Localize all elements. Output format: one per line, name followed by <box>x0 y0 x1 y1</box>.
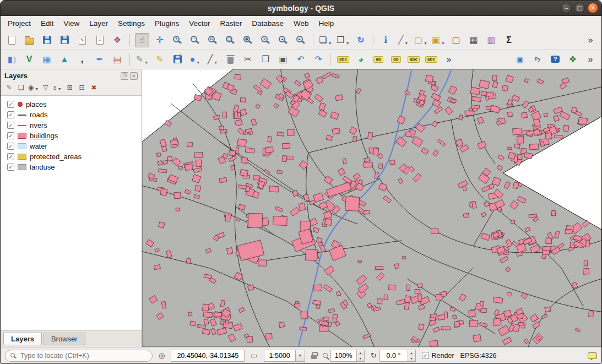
cut-features-button[interactable]: ✂ <box>241 52 255 67</box>
show-layout-manager-button[interactable]: ≡ <box>93 33 107 47</box>
magnifier-input[interactable] <box>330 350 357 362</box>
extents-icon[interactable]: ◎ <box>159 351 165 360</box>
layer-checkbox[interactable]: ✓ <box>7 143 14 150</box>
rotation-spinner[interactable]: ▲▼ <box>408 350 416 362</box>
menu-layer[interactable]: Layer <box>84 17 113 30</box>
help-button[interactable]: ? <box>548 52 562 67</box>
zoom-next-button[interactable]: ▸ <box>294 33 308 47</box>
add-wms-layer-button[interactable]: ▤ <box>110 52 124 67</box>
scale-input[interactable] <box>264 350 296 362</box>
identify-features-button[interactable]: ℹ <box>378 33 393 47</box>
digitize-tool-button[interactable]: ●▼ <box>188 52 202 67</box>
deselect-features-button[interactable]: ▢ <box>449 33 463 47</box>
layer-item-landuse[interactable]: ✓landuse <box>2 162 140 172</box>
add-group-button[interactable]: ❏ <box>15 82 27 93</box>
toggle-editing-button[interactable]: ✎ <box>153 52 167 67</box>
layer-checkbox[interactable]: ✓ <box>7 101 14 108</box>
title-bar[interactable]: symbology - QGIS –▢× <box>1 1 601 16</box>
pin-labels-button[interactable]: ab <box>389 52 403 67</box>
toolbar-labels-overflow-button[interactable]: » <box>442 52 456 67</box>
layer-label[interactable]: rivers <box>30 121 47 129</box>
zoom-in-button[interactable]: + <box>170 33 185 47</box>
zoom-to-selection-button[interactable]: ▣ <box>241 33 255 47</box>
messages-icon[interactable] <box>588 352 597 359</box>
render-checkbox[interactable]: ✓ <box>422 352 429 359</box>
spin-down-icon[interactable]: ▼ <box>408 356 415 361</box>
layer-label[interactable]: buildings <box>30 132 58 140</box>
measure-button[interactable]: ╱▼ <box>396 33 410 47</box>
add-raster-layer-button[interactable]: ▦ <box>40 52 54 67</box>
layer-item-roads[interactable]: ✓roads <box>2 110 140 120</box>
close-button[interactable]: × <box>588 3 598 13</box>
maximize-button[interactable]: ▢ <box>574 3 585 13</box>
menu-database[interactable]: Database <box>247 17 289 30</box>
layer-checkbox[interactable]: ✓ <box>7 132 14 139</box>
filter-legend-button[interactable]: ▽ <box>40 82 51 93</box>
spin-down-icon[interactable]: ▼ <box>357 356 364 361</box>
layer-diagrams-button[interactable]: ◕ <box>354 52 368 67</box>
style-manager-button[interactable]: ❖ <box>110 33 124 47</box>
undo-button[interactable]: ↶ <box>294 52 308 67</box>
remove-layer-button[interactable]: ✖ <box>88 82 100 93</box>
add-mesh-layer-button[interactable]: ▲ <box>57 52 72 67</box>
manage-map-themes-button[interactable]: ◉▼ <box>28 82 39 93</box>
pan-to-selection-button[interactable]: ✛ <box>153 33 167 47</box>
layer-checkbox[interactable]: ✓ <box>7 111 14 118</box>
scale-combo[interactable]: ▼ <box>264 350 305 362</box>
menu-raster[interactable]: Raster <box>215 17 247 30</box>
select-features-button[interactable]: ▢▼ <box>414 33 428 47</box>
save-project-button[interactable] <box>40 33 54 47</box>
python-console-button[interactable]: Py <box>530 52 545 67</box>
locate-search[interactable] <box>5 350 153 362</box>
layer-checkbox[interactable]: ✓ <box>7 122 14 129</box>
add-delimited-text-layer-button[interactable]: , <box>75 52 89 67</box>
zoom-out-button[interactable]: − <box>188 33 202 47</box>
menu-view[interactable]: View <box>58 17 84 30</box>
float-panel-icon[interactable]: ❐ <box>121 72 128 80</box>
statistical-summary-button[interactable]: Σ <box>502 33 516 47</box>
map-canvas[interactable] <box>142 69 601 347</box>
rotation-input[interactable] <box>379 350 408 362</box>
coordinate-input[interactable] <box>171 350 245 362</box>
vertex-tool-button[interactable]: ╱▼ <box>205 52 220 67</box>
layer-item-buildings[interactable]: ✓buildings <box>2 131 140 141</box>
add-vector-layer-button[interactable]: V <box>22 52 36 67</box>
layer-checkbox[interactable]: ✓ <box>7 153 14 160</box>
highlight-labels-button[interactable]: abc <box>406 52 421 67</box>
spin-up-icon[interactable]: ▲ <box>408 350 415 356</box>
layer-label[interactable]: protected_areas <box>30 153 82 161</box>
redo-button[interactable]: ↷ <box>311 52 326 67</box>
filter-by-expression-button[interactable]: ε▼ <box>52 82 63 93</box>
plugin-button[interactable]: ❖ <box>566 52 580 67</box>
layer-item-protected_areas[interactable]: ✓protected_areas <box>2 151 140 162</box>
layer-item-water[interactable]: ✓water <box>2 141 140 151</box>
zoom-full-button[interactable]: ▢ <box>223 33 237 47</box>
delete-selected-button[interactable] <box>223 52 237 67</box>
add-spatialite-layer-button[interactable]: ✒ <box>93 52 107 67</box>
toolbar-secondary-overflow-button[interactable]: » <box>583 52 598 67</box>
menu-edit[interactable]: Edit <box>36 17 58 30</box>
layer-label[interactable]: roads <box>30 111 48 119</box>
scale-dropdown-icon[interactable]: ▼ <box>296 350 305 362</box>
layer-label[interactable]: places <box>26 100 47 108</box>
data-source-manager-button[interactable]: ◧ <box>4 52 19 67</box>
metasearch-button[interactable]: ◉ <box>513 52 527 67</box>
menu-plugins[interactable]: Plugins <box>150 17 184 30</box>
zoom-native-button[interactable]: 1:1 <box>205 33 220 47</box>
open-project-button[interactable] <box>22 33 36 47</box>
expand-all-button[interactable]: ⊞ <box>64 82 75 93</box>
refresh-button[interactable]: ↻ <box>354 33 368 47</box>
layer-item-rivers[interactable]: ✓rivers <box>2 120 140 131</box>
open-attribute-table-button[interactable]: ▦ <box>467 33 481 47</box>
magnifier-spinner[interactable]: ▲▼ <box>357 350 365 362</box>
close-panel-icon[interactable]: × <box>130 72 138 80</box>
new-print-layout-button[interactable]: ✎ <box>75 33 89 47</box>
minimize-button[interactable]: – <box>561 3 572 13</box>
pan-map-button[interactable]: ☝ <box>135 33 149 47</box>
label-toolbar-button[interactable]: ab <box>371 52 386 67</box>
copy-features-button[interactable]: ❒ <box>258 52 273 67</box>
move-label-button[interactable]: abc <box>424 52 438 67</box>
new-map-view-button[interactable]: ❏▼ <box>318 33 333 47</box>
select-by-value-button[interactable]: ▣▼ <box>431 33 446 47</box>
zoom-to-layer-button[interactable]: ≡ <box>258 33 273 47</box>
